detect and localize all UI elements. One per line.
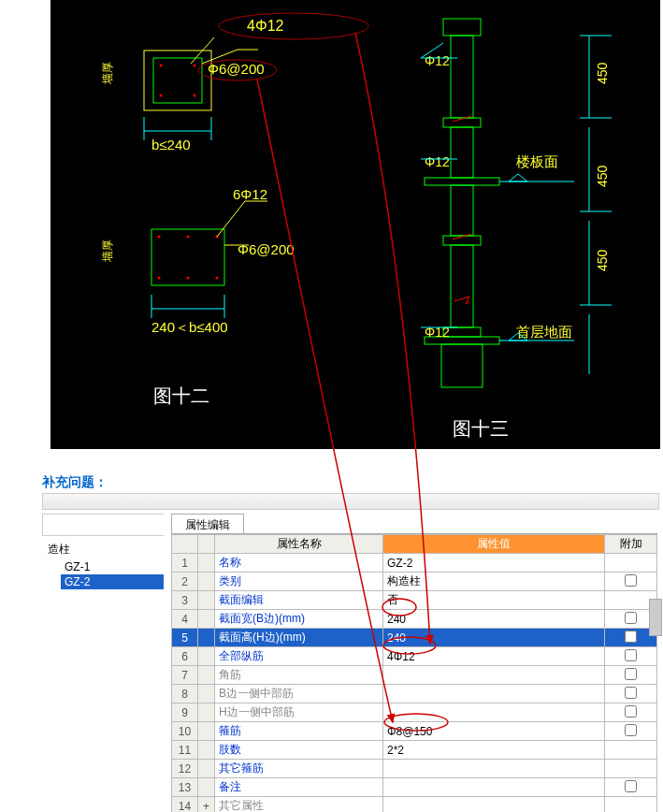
prop-value[interactable]: 240 — [383, 610, 605, 629]
prop-value[interactable] — [383, 760, 605, 778]
prop-value[interactable]: 4Φ12 — [383, 647, 605, 666]
row-number: 7 — [172, 666, 198, 685]
prop-name[interactable]: 名称 — [215, 554, 383, 573]
svg-point-19 — [187, 236, 190, 239]
expand-icon — [198, 666, 215, 685]
left-tree-pane: 造柱 GZ-1 GZ-2 — [42, 514, 164, 589]
extra-checkbox[interactable] — [625, 612, 637, 624]
property-panel: 造柱 GZ-1 GZ-2 属性编辑 属性名称 属性值 附加 1名称GZ-22类别… — [42, 493, 659, 510]
svg-text:450: 450 — [595, 62, 610, 84]
table-row[interactable]: 12其它箍筋 — [172, 760, 657, 778]
extra-checkbox[interactable] — [625, 574, 637, 587]
prop-name[interactable]: 肢数 — [215, 741, 383, 760]
tab-property-edit[interactable]: 属性编辑 — [171, 514, 244, 533]
prop-value[interactable] — [383, 703, 605, 722]
extra-checkbox-cell[interactable] — [605, 703, 657, 722]
prop-name[interactable]: B边一侧中部筋 — [215, 685, 383, 703]
extra-checkbox[interactable] — [625, 705, 637, 718]
extra-checkbox-cell[interactable] — [605, 573, 657, 591]
svg-rect-39 — [425, 178, 499, 185]
extra-checkbox[interactable] — [625, 668, 637, 680]
extra-checkbox-cell — [605, 554, 657, 573]
row-number: 13 — [172, 778, 198, 797]
col-name[interactable]: 属性名称 — [215, 535, 383, 554]
extra-checkbox-cell[interactable] — [605, 647, 657, 666]
expand-icon — [198, 703, 215, 722]
svg-text:墙厚: 墙厚 — [101, 62, 114, 85]
table-row[interactable]: 10箍筋Φ8@150 — [172, 722, 657, 741]
prop-name[interactable]: H边一侧中部筋 — [215, 703, 383, 722]
svg-text:Φ12: Φ12 — [425, 53, 450, 68]
table-row[interactable]: 2类别构造柱 — [172, 573, 657, 591]
table-row[interactable]: 5截面高(H边)(mm)240 — [172, 629, 657, 647]
svg-rect-42 — [451, 245, 473, 327]
mini-toolbar[interactable] — [42, 493, 659, 510]
prop-name[interactable]: 箍筋 — [215, 722, 383, 741]
expand-icon — [198, 760, 215, 778]
extra-checkbox[interactable] — [625, 649, 637, 661]
prop-name[interactable]: 备注 — [215, 778, 383, 797]
row-number: 3 — [172, 591, 198, 610]
expand-icon[interactable]: + — [198, 797, 215, 813]
prop-value[interactable]: 构造柱 — [383, 573, 605, 591]
expand-icon — [198, 554, 215, 573]
svg-rect-38 — [451, 127, 473, 178]
tree-item-gz1[interactable]: GZ-1 — [61, 559, 164, 574]
scrollbar[interactable] — [649, 599, 662, 636]
prop-value[interactable]: GZ-2 — [383, 554, 605, 573]
prop-value[interactable]: 否 — [383, 591, 605, 610]
table-row[interactable]: 11肢数2*2 — [172, 741, 657, 760]
table-row[interactable]: 8B边一侧中部筋 — [172, 685, 657, 703]
table-row[interactable]: 4截面宽(B边)(mm)240 — [172, 610, 657, 629]
extra-checkbox-cell[interactable] — [605, 666, 657, 685]
svg-marker-55 — [509, 174, 527, 181]
tree-node-root[interactable]: 造柱 — [44, 540, 164, 559]
prop-name[interactable]: 其它箍筋 — [215, 760, 383, 778]
table-row[interactable]: 3截面编辑否 — [172, 591, 657, 610]
extra-checkbox[interactable] — [625, 724, 637, 736]
prop-value[interactable] — [383, 778, 605, 797]
svg-text:Φ6@200: Φ6@200 — [208, 61, 265, 77]
prop-name[interactable]: 截面宽(B边)(mm) — [215, 610, 383, 629]
row-number: 11 — [172, 741, 198, 760]
expand-icon — [198, 722, 215, 741]
table-row[interactable]: 6全部纵筋4Φ12 — [172, 647, 657, 666]
extra-checkbox[interactable] — [625, 780, 637, 792]
prop-value[interactable]: 240 — [383, 629, 605, 647]
table-row[interactable]: 1名称GZ-2 — [172, 554, 657, 573]
svg-text:b≤240: b≤240 — [151, 137, 191, 152]
prop-name[interactable]: 截面高(H边)(mm) — [215, 629, 383, 647]
col-value[interactable]: 属性值 — [383, 535, 605, 554]
expand-icon — [198, 778, 215, 797]
prop-name[interactable]: 角筋 — [215, 666, 383, 685]
prop-value[interactable] — [383, 797, 605, 813]
prop-name[interactable]: 类别 — [215, 573, 383, 591]
table-row[interactable]: 7角筋 — [172, 666, 657, 685]
row-number: 2 — [172, 573, 198, 591]
prop-value[interactable] — [383, 666, 605, 685]
tree-item-gz2[interactable]: GZ-2 — [61, 574, 164, 589]
prop-name[interactable]: 其它属性 — [215, 797, 383, 813]
svg-text:图十二: 图十二 — [153, 385, 209, 406]
table-row[interactable]: 13备注 — [172, 778, 657, 797]
prop-name[interactable]: 截面编辑 — [215, 591, 383, 610]
svg-point-22 — [187, 277, 190, 280]
svg-point-4 — [194, 65, 196, 67]
col-extra[interactable]: 附加 — [605, 535, 657, 554]
expand-icon — [198, 591, 215, 610]
table-row[interactable]: 9H边一侧中部筋 — [172, 703, 657, 722]
svg-point-23 — [216, 277, 219, 280]
extra-checkbox[interactable] — [625, 631, 637, 643]
extra-checkbox-cell[interactable] — [605, 778, 657, 797]
prop-value[interactable]: Φ8@150 — [383, 722, 605, 741]
prop-value[interactable] — [383, 685, 605, 703]
extra-checkbox-cell[interactable] — [605, 722, 657, 741]
svg-text:240＜b≤400: 240＜b≤400 — [151, 319, 228, 335]
prop-name[interactable]: 全部纵筋 — [215, 647, 383, 666]
svg-text:450: 450 — [595, 249, 610, 271]
prop-value[interactable]: 2*2 — [383, 741, 605, 760]
extra-checkbox-cell[interactable] — [605, 685, 657, 703]
extra-checkbox[interactable] — [625, 687, 637, 699]
table-row[interactable]: 14+其它属性 — [172, 797, 657, 813]
property-grid: 属性名称 属性值 附加 1名称GZ-22类别构造柱3截面编辑否4截面宽(B边)(… — [171, 534, 657, 812]
